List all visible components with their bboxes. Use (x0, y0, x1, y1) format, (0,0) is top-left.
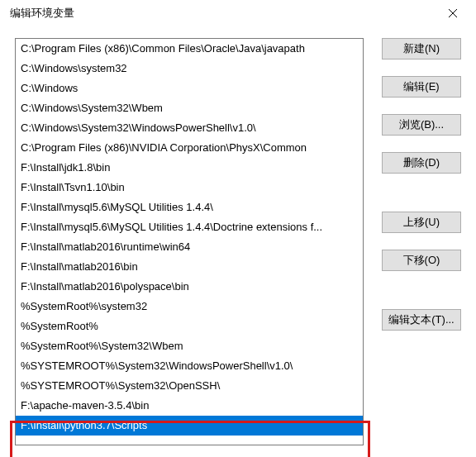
list-item[interactable]: C:\Windows\System32\WindowsPowerShell\v1… (16, 118, 363, 138)
list-item[interactable]: F:\Install\matlab2016\bin (16, 257, 363, 277)
list-item[interactable]: F:\Install\Tsvn1.10\bin (16, 178, 363, 198)
list-item[interactable]: %SystemRoot%\system32 (16, 297, 363, 317)
path-listbox[interactable]: C:\Program Files (x86)\Common Files\Orac… (15, 38, 364, 445)
move-up-button[interactable]: 上移(U) (382, 212, 461, 233)
list-item[interactable]: %SystemRoot%\System32\Wbem (16, 336, 363, 356)
list-item[interactable]: C:\Windows (16, 79, 363, 98)
list-item[interactable]: %SystemRoot% (16, 317, 363, 336)
list-item[interactable]: %SYSTEMROOT%\System32\WindowsPowerShell\… (16, 356, 363, 376)
edit-text-button[interactable]: 编辑文本(T)... (382, 309, 461, 331)
button-column: 新建(N) 编辑(E) 浏览(B)... 删除(D) 上移(U) 下移(O) 编… (382, 38, 461, 445)
move-down-button[interactable]: 下移(O) (382, 250, 461, 271)
list-item[interactable]: C:\Program Files (x86)\Common Files\Orac… (16, 39, 363, 59)
edit-button[interactable]: 编辑(E) (382, 76, 461, 98)
list-item[interactable]: F:\Install\jdk1.8\bin (16, 158, 363, 178)
close-button[interactable] (436, 2, 469, 25)
edit-env-dialog: 编辑环境变量 C:\Program Files (x86)\Common Fil… (0, 0, 476, 457)
list-item[interactable]: C:\Windows\System32\Wbem (16, 98, 363, 118)
close-icon (449, 7, 457, 20)
list-item[interactable]: F:\Install\python3.7\Scripts (16, 416, 363, 436)
new-button[interactable]: 新建(N) (382, 38, 461, 60)
list-item[interactable]: F:\Install\mysql5.6\MySQL Utilities 1.4.… (16, 217, 363, 237)
browse-button[interactable]: 浏览(B)... (382, 114, 461, 136)
list-item[interactable]: C:\Windows\system32 (16, 59, 363, 79)
list-item[interactable]: F:\Install\matlab2016\runtime\win64 (16, 237, 363, 257)
dialog-content: C:\Program Files (x86)\Common Files\Orac… (0, 26, 476, 457)
list-item[interactable]: F:\apache-maven-3.5.4\bin (16, 396, 363, 416)
window-title: 编辑环境变量 (10, 6, 436, 21)
list-item[interactable]: C:\Program Files (x86)\NVIDIA Corporatio… (16, 138, 363, 158)
list-item[interactable]: F:\Install\matlab2016\polyspace\bin (16, 277, 363, 297)
titlebar: 编辑环境变量 (0, 0, 476, 26)
list-wrap: C:\Program Files (x86)\Common Files\Orac… (15, 38, 364, 445)
list-item[interactable]: F:\Install\mysql5.6\MySQL Utilities 1.4.… (16, 198, 363, 217)
list-item[interactable]: %SYSTEMROOT%\System32\OpenSSH\ (16, 376, 363, 396)
delete-button[interactable]: 删除(D) (382, 152, 461, 174)
